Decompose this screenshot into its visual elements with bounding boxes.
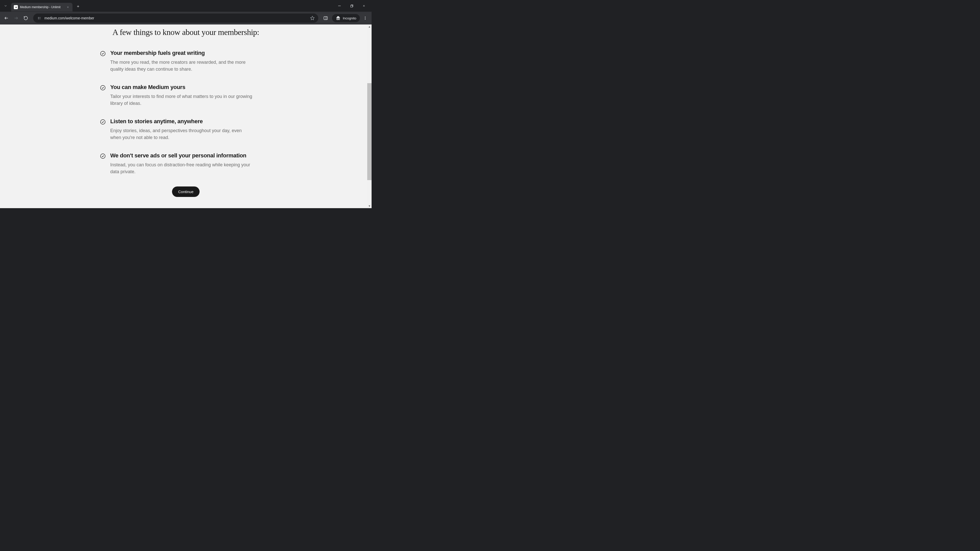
incognito-label: Incognito xyxy=(343,16,356,20)
maximize-button[interactable] xyxy=(348,2,355,10)
svg-point-24 xyxy=(100,86,105,90)
vertical-scrollbar[interactable]: ▲ ▼ xyxy=(367,24,372,208)
tab-title: Medium membership - Unlimit xyxy=(20,5,64,9)
item-description: Tailor your interests to find more of wh… xyxy=(110,93,253,107)
url-text: medium.com/welcome-member xyxy=(45,16,307,20)
svg-point-22 xyxy=(365,19,366,20)
svg-point-26 xyxy=(100,154,105,159)
reload-button[interactable] xyxy=(21,14,30,22)
continue-button[interactable]: Continue xyxy=(172,186,200,197)
svg-point-11 xyxy=(38,19,39,19)
incognito-icon xyxy=(336,16,341,21)
browser-toolbar: medium.com/welcome-member Incognito xyxy=(0,12,372,24)
check-circle-icon xyxy=(100,85,106,107)
browser-titlebar: •• Medium membership - Unlimit xyxy=(0,0,372,12)
svg-rect-5 xyxy=(350,5,352,7)
membership-item: We don't serve ads or sell your personal… xyxy=(94,152,278,175)
membership-item: Listen to stories anytime, anywhere Enjo… xyxy=(94,118,278,141)
close-window-button[interactable] xyxy=(360,2,368,10)
check-circle-icon xyxy=(100,119,106,141)
item-title: Your membership fuels great writing xyxy=(110,50,272,56)
svg-point-18 xyxy=(339,19,340,20)
browser-menu-button[interactable] xyxy=(361,14,369,22)
svg-point-21 xyxy=(365,18,366,19)
minimize-button[interactable] xyxy=(336,2,343,10)
check-circle-icon xyxy=(100,153,106,175)
membership-item: You can make Medium yours Tailor your in… xyxy=(94,84,278,107)
site-info-icon[interactable] xyxy=(37,16,42,21)
scrollbar-thumb[interactable] xyxy=(367,83,372,180)
svg-point-17 xyxy=(337,19,338,20)
svg-rect-15 xyxy=(324,17,328,20)
page-content: A few things to know about your membersh… xyxy=(0,24,372,208)
back-button[interactable] xyxy=(2,14,11,22)
svg-point-10 xyxy=(38,17,39,17)
page-heading: A few things to know about your membersh… xyxy=(94,27,278,37)
side-panel-button[interactable] xyxy=(321,14,330,22)
scroll-down-arrow[interactable]: ▼ xyxy=(367,204,372,208)
membership-item: Your membership fuels great writing The … xyxy=(94,50,278,73)
svg-point-23 xyxy=(100,51,105,56)
item-description: The more you read, the more creators are… xyxy=(110,59,253,73)
item-description: Instead, you can focus on distraction-fr… xyxy=(110,162,253,175)
tab-favicon: •• xyxy=(14,5,18,9)
item-title: Listen to stories anytime, anywhere xyxy=(110,118,272,125)
scroll-up-arrow[interactable]: ▲ xyxy=(367,24,372,29)
tab-search-dropdown[interactable] xyxy=(2,2,9,10)
bookmark-icon[interactable] xyxy=(310,16,315,21)
check-circle-icon xyxy=(100,51,106,73)
item-description: Enjoy stories, ideas, and perspectives t… xyxy=(110,127,253,141)
new-tab-button[interactable] xyxy=(75,3,82,10)
item-title: You can make Medium yours xyxy=(110,84,272,91)
svg-marker-14 xyxy=(310,16,314,20)
svg-point-25 xyxy=(100,120,105,124)
incognito-badge[interactable]: Incognito xyxy=(332,14,360,22)
item-title: We don't serve ads or sell your personal… xyxy=(110,152,272,159)
browser-tab[interactable]: •• Medium membership - Unlimit xyxy=(11,3,73,11)
close-tab-button[interactable] xyxy=(66,5,70,9)
forward-button[interactable] xyxy=(12,14,21,22)
address-bar[interactable]: medium.com/welcome-member xyxy=(33,14,318,23)
svg-point-20 xyxy=(365,17,366,17)
window-controls xyxy=(336,2,369,10)
